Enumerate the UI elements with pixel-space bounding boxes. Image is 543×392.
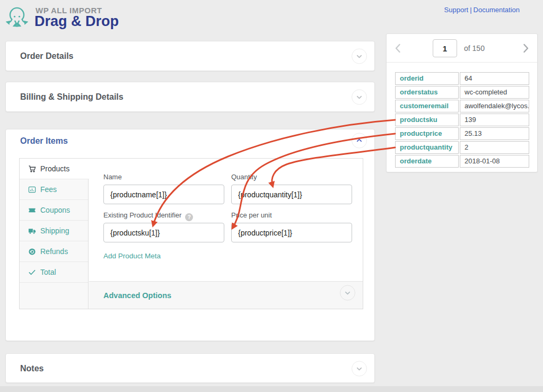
table-row: productprice25.13 bbox=[395, 127, 529, 140]
checkmark-icon bbox=[28, 268, 36, 276]
record-pagination: of 150 bbox=[387, 34, 537, 63]
previous-record-button[interactable] bbox=[393, 43, 404, 56]
field-key[interactable]: orderdate bbox=[395, 155, 459, 168]
order-items-header[interactable]: Order Items bbox=[6, 129, 374, 152]
record-total-label: of 150 bbox=[464, 34, 485, 63]
field-value: 2018-01-08 bbox=[460, 155, 529, 168]
product-sku-input[interactable] bbox=[103, 223, 224, 242]
octopus-logo-icon bbox=[3, 2, 31, 30]
order-items-box: Products Fees Coupons Shipping Refunds bbox=[19, 158, 363, 309]
fees-chart-icon bbox=[28, 186, 36, 194]
field-value: 25.13 bbox=[460, 127, 529, 140]
top-links: Support|Documentation bbox=[444, 6, 520, 14]
tab-shipping[interactable]: Shipping bbox=[20, 221, 88, 241]
billing-shipping-title: Billing & Shipping Details bbox=[20, 92, 124, 102]
notes-panel: Notes bbox=[5, 353, 375, 383]
next-record-button[interactable] bbox=[520, 43, 531, 56]
tab-label: Refunds bbox=[40, 247, 68, 256]
quantity-field-label: Quantity bbox=[231, 173, 257, 181]
order-details-panel: Order Details bbox=[5, 41, 375, 71]
price-field-label: Price per unit bbox=[231, 211, 272, 219]
table-row: orderstatuswc-completed bbox=[395, 86, 529, 99]
documentation-link[interactable]: Documentation bbox=[474, 6, 520, 14]
field-key[interactable]: productsku bbox=[395, 114, 459, 126]
product-quantity-input[interactable] bbox=[231, 185, 352, 204]
billing-shipping-panel: Billing & Shipping Details bbox=[5, 82, 375, 112]
tab-label: Shipping bbox=[40, 227, 69, 235]
table-row: customeremailawolfendalek@lycos.cc bbox=[395, 100, 529, 112]
chevron-down-icon bbox=[355, 364, 363, 372]
chevron-right-icon bbox=[520, 43, 531, 54]
record-number-input[interactable] bbox=[433, 39, 457, 57]
tab-label: Products bbox=[40, 164, 69, 173]
table-row: orderdate2018-01-08 bbox=[395, 155, 529, 168]
add-product-meta-link[interactable]: Add Product Meta bbox=[103, 252, 161, 260]
chevron-down-icon bbox=[355, 52, 363, 60]
support-link[interactable]: Support bbox=[444, 6, 469, 14]
notes-header[interactable]: Notes bbox=[6, 354, 374, 383]
tab-refunds[interactable]: Refunds bbox=[20, 241, 88, 262]
order-details-title: Order Details bbox=[20, 51, 73, 61]
table-row: orderid64 bbox=[395, 72, 529, 85]
tab-products[interactable]: Products bbox=[20, 159, 89, 179]
order-items-tab-list: Products Fees Coupons Shipping Refunds bbox=[20, 159, 89, 309]
order-items-panel: Order Items Products Fees Coupons bbox=[5, 129, 375, 341]
billing-shipping-expand-button[interactable] bbox=[352, 89, 367, 104]
bottom-edge-bar bbox=[0, 386, 543, 392]
tab-label: Total bbox=[40, 268, 56, 276]
products-tab-content: Name Quantity Existing Product Identifie… bbox=[89, 159, 363, 309]
product-name-input[interactable] bbox=[103, 185, 224, 204]
tab-label: Coupons bbox=[40, 206, 70, 214]
advanced-options-bar[interactable]: Advanced Options bbox=[89, 281, 363, 309]
field-value: 64 bbox=[460, 72, 529, 85]
field-key[interactable]: orderid bbox=[395, 72, 459, 85]
record-preview-card: of 150 orderid64 orderstatuswc-completed… bbox=[386, 33, 538, 172]
field-key[interactable]: customeremail bbox=[395, 100, 459, 112]
order-details-expand-button[interactable] bbox=[352, 48, 367, 64]
identifier-field-label: Existing Product Identifier? bbox=[103, 211, 193, 221]
tab-coupons[interactable]: Coupons bbox=[20, 200, 88, 221]
notes-expand-button[interactable] bbox=[352, 361, 367, 376]
field-value: wc-completed bbox=[460, 86, 529, 99]
field-key[interactable]: productprice bbox=[395, 127, 459, 140]
chevron-up-icon bbox=[355, 137, 363, 145]
advanced-options-title: Advanced Options bbox=[103, 291, 171, 300]
notes-title: Notes bbox=[20, 364, 43, 373]
chevron-down-icon bbox=[355, 93, 363, 101]
name-field-label: Name bbox=[103, 173, 122, 181]
chevron-down-icon bbox=[344, 289, 352, 297]
refund-icon bbox=[28, 248, 36, 256]
product-price-input[interactable] bbox=[231, 223, 352, 242]
field-value: 2 bbox=[460, 141, 529, 154]
tab-fees[interactable]: Fees bbox=[20, 179, 88, 200]
cart-icon bbox=[28, 165, 36, 173]
coupon-ticket-icon bbox=[28, 206, 36, 214]
field-value: awolfendalek@lycos.cc bbox=[460, 100, 529, 112]
chevron-left-icon bbox=[393, 43, 404, 54]
advanced-options-expand-button[interactable] bbox=[340, 285, 355, 301]
billing-shipping-header[interactable]: Billing & Shipping Details bbox=[6, 82, 374, 111]
tab-total[interactable]: Total bbox=[20, 262, 88, 283]
record-field-table: orderid64 orderstatuswc-completed custom… bbox=[395, 72, 529, 169]
order-items-title: Order Items bbox=[20, 136, 68, 146]
order-details-header[interactable]: Order Details bbox=[6, 41, 374, 71]
page: WP ALL IMPORT Drag & Drop Support|Docume… bbox=[0, 0, 543, 392]
order-items-collapse-button[interactable] bbox=[352, 133, 367, 149]
field-value: 139 bbox=[460, 114, 529, 126]
link-separator: | bbox=[470, 6, 471, 14]
field-key[interactable]: productquantity bbox=[395, 141, 459, 154]
field-key[interactable]: orderstatus bbox=[395, 86, 459, 99]
truck-icon bbox=[28, 227, 36, 235]
table-row: productsku139 bbox=[395, 114, 529, 126]
help-icon[interactable]: ? bbox=[185, 213, 193, 221]
table-row: productquantity2 bbox=[395, 141, 529, 154]
page-title: Drag & Drop bbox=[34, 13, 119, 30]
tab-label: Fees bbox=[40, 185, 57, 194]
